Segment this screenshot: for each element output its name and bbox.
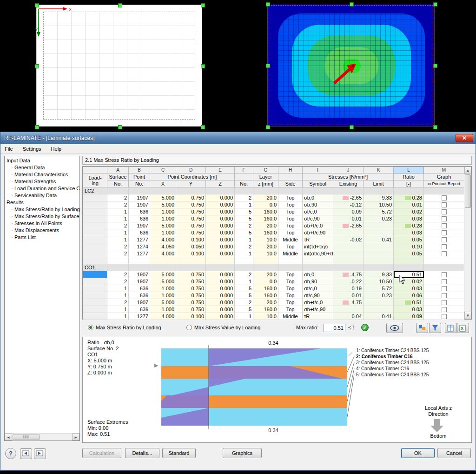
cell-layer-z[interactable]: 10.0 <box>253 236 278 243</box>
row-select-cell[interactable] <box>83 313 107 320</box>
selection-handle[interactable] <box>35 125 39 129</box>
cell-surface-no[interactable]: 2 <box>107 299 129 306</box>
cell-existing[interactable]: 0.19 <box>333 285 364 292</box>
cell-symbol[interactable]: σb+t/c,0 <box>303 222 333 229</box>
cell-symbol[interactable]: σt/c,90 <box>303 215 333 222</box>
row-select-cell[interactable] <box>83 208 107 215</box>
cell-surface-no[interactable]: 1 <box>107 292 129 299</box>
cell-report[interactable] <box>424 215 464 222</box>
table-vscrollbar[interactable]: ▲ ▼ <box>464 167 471 319</box>
hscroll-right-arrow[interactable]: ► <box>72 434 79 441</box>
cell-layer-no[interactable]: 1 <box>235 201 253 208</box>
cell-coord-x[interactable]: 5.000 <box>150 271 176 278</box>
cell-point-no[interactable]: 1277 <box>129 250 150 257</box>
col-letter[interactable]: F <box>235 167 253 174</box>
cell-layer-z[interactable]: 20.0 <box>253 222 278 229</box>
cell-existing[interactable] <box>333 229 364 236</box>
tree-item-serviceability-data[interactable]: Serviceability Data <box>5 192 79 199</box>
row-select-cell[interactable] <box>83 250 107 257</box>
cell-surface-no[interactable]: 2 <box>107 250 129 257</box>
details-button[interactable]: Details... <box>125 448 159 458</box>
cell-surface-no[interactable]: 2 <box>107 243 129 250</box>
cell-side[interactable]: Top <box>278 285 303 292</box>
ok-button[interactable]: OK <box>401 448 435 458</box>
cell-layer-z[interactable]: 0.0 <box>253 278 278 285</box>
report-checkbox[interactable] <box>442 209 447 214</box>
export-table-button[interactable] <box>445 323 457 333</box>
cell-symbol[interactable]: σb,0 <box>303 271 333 278</box>
cell-point-no[interactable]: 1907 <box>129 194 150 201</box>
col-letter[interactable]: J <box>333 167 364 174</box>
cell-coord-y[interactable]: 0.100 <box>176 313 206 320</box>
cell-existing[interactable] <box>333 243 364 250</box>
scroll-down-arrow[interactable]: ▼ <box>464 312 471 319</box>
cell-coord-x[interactable]: 5.000 <box>150 299 176 306</box>
cell-point-no[interactable]: 1907 <box>129 271 150 278</box>
cell-surface-no[interactable]: 2 <box>107 194 129 201</box>
scroll-up-arrow[interactable]: ▲ <box>464 167 471 174</box>
cell-layer-z[interactable]: 160.0 <box>253 215 278 222</box>
cell-coord-x[interactable]: 1.000 <box>150 229 176 236</box>
table-row[interactable]: 219075.0000.7500.00010.0Topσb,90-0.2210.… <box>83 278 464 285</box>
tree-item-parts-list[interactable]: Parts List <box>5 234 79 241</box>
report-checkbox[interactable] <box>442 202 447 207</box>
cell-ratio[interactable]: 0.02 <box>394 278 424 285</box>
tree-item-input-data[interactable]: Input Data <box>5 157 79 164</box>
row-select-cell[interactable] <box>83 306 107 313</box>
selection-handle[interactable] <box>350 2 354 7</box>
selection-handle[interactable] <box>118 3 122 7</box>
cell-coord-x[interactable]: 4.050 <box>150 243 176 250</box>
cell-limit[interactable] <box>364 229 394 236</box>
cell-surface-no[interactable]: 2 <box>107 278 129 285</box>
cell-coord-z[interactable]: 0.000 <box>206 271 235 278</box>
report-checkbox[interactable] <box>442 314 447 319</box>
report-checkbox[interactable] <box>442 300 447 305</box>
cell-layer-no[interactable]: 2 <box>235 243 253 250</box>
row-select-cell[interactable] <box>83 278 107 285</box>
cell-coord-x[interactable]: 5.000 <box>150 222 176 229</box>
cell-coord-y[interactable]: 0.750 <box>176 194 206 201</box>
tree-item-max-stress-ratio-by-surface[interactable]: Max Stress/Ratio by Surface <box>5 213 79 220</box>
report-checkbox[interactable] <box>442 216 447 221</box>
cell-ratio[interactable]: 0.03 <box>394 306 424 313</box>
row-select-cell[interactable] <box>83 292 107 299</box>
cell-limit[interactable] <box>364 243 394 250</box>
tree-item-general-data[interactable]: General Data <box>5 164 79 171</box>
cell-coord-x[interactable]: 1.000 <box>150 208 176 215</box>
cell-side[interactable]: Middle <box>278 250 303 257</box>
cell-side[interactable]: Top <box>278 215 303 222</box>
cell-side[interactable]: Top <box>278 306 303 313</box>
cell-limit[interactable] <box>364 250 394 257</box>
cell-coord-y[interactable]: 0.750 <box>176 278 206 285</box>
cell-coord-x[interactable]: 4.000 <box>150 250 176 257</box>
selection-handle[interactable] <box>35 3 39 7</box>
cell-coord-x[interactable]: 4.000 <box>150 236 176 243</box>
table-row[interactable]: 112774.0000.1000.000110.0MiddleτR-0.040.… <box>83 313 464 320</box>
cell-symbol[interactable]: σt/c,0 <box>303 208 333 215</box>
cell-coord-y[interactable]: 0.750 <box>176 229 206 236</box>
display-properties-button[interactable] <box>416 323 428 333</box>
cell-layer-z[interactable]: 20.0 <box>253 194 278 201</box>
cell-existing[interactable]: -0.12 <box>333 201 364 208</box>
cell-ratio[interactable]: 0.03 <box>394 285 424 292</box>
cell-existing[interactable]: -0.22 <box>333 278 364 285</box>
graphics-button[interactable]: Graphics <box>223 448 262 458</box>
cell-layer-no[interactable]: 2 <box>235 222 253 229</box>
selection-handle[interactable] <box>118 125 122 129</box>
filter-button[interactable] <box>429 323 441 333</box>
cell-layer-no[interactable]: 2 <box>235 194 253 201</box>
load-case-row[interactable]: CO1 <box>83 264 464 271</box>
col-letter[interactable]: M <box>424 167 464 174</box>
cell-symbol[interactable]: int(σt/c,90+τR) <box>303 250 333 257</box>
cell-limit[interactable]: 5.72 <box>364 208 394 215</box>
cell-surface-no[interactable]: 2 <box>107 201 129 208</box>
view-result-button[interactable] <box>386 323 403 333</box>
stress-contour-view[interactable] <box>267 4 435 127</box>
cell-layer-no[interactable]: 5 <box>235 285 253 292</box>
cell-symbol[interactable]: σb,90 <box>303 201 333 208</box>
cell-limit[interactable]: 9.33 <box>364 194 394 201</box>
cell-report[interactable] <box>424 313 464 320</box>
cell-coord-y[interactable]: 0.100 <box>176 250 206 257</box>
table-row[interactable]: 16361.0000.7500.0005160.0Topσb+t/c,900.0… <box>83 229 464 236</box>
col-letter[interactable]: D <box>176 167 206 174</box>
